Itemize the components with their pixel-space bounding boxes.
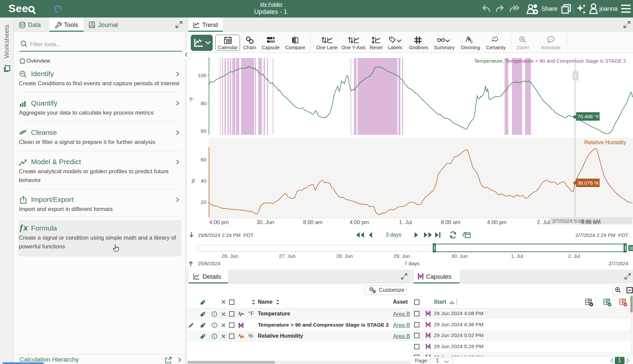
svg-text:80: 80 [201, 100, 206, 106]
svg-text:4:00 pm: 4:00 pm [487, 219, 507, 225]
svg-text:4:00 pm: 4:00 pm [350, 219, 369, 225]
svg-text:2. Jul: 2. Jul [537, 219, 550, 225]
svg-text:60: 60 [201, 128, 206, 134]
svg-text:38.076 %: 38.076 % [577, 180, 599, 186]
svg-text:1: 1 [574, 73, 577, 79]
svg-text:40: 40 [201, 178, 206, 184]
svg-text:4:00 pm: 4:00 pm [209, 219, 229, 225]
svg-text:70.408 °F: 70.408 °F [577, 114, 599, 119]
svg-text:30. Jun: 30. Jun [257, 219, 274, 225]
svg-text:8:00 am: 8:00 am [441, 219, 460, 225]
svg-text:60: 60 [201, 157, 206, 162]
svg-text:20: 20 [201, 199, 206, 205]
svg-text:8:00 am: 8:00 am [581, 219, 601, 225]
svg-text:100: 100 [198, 72, 206, 78]
svg-text:1. Jul: 1. Jul [399, 219, 412, 225]
svg-text:%: % [190, 179, 196, 183]
svg-text:8:00 am: 8:00 am [303, 219, 323, 225]
svg-text:°F: °F [188, 97, 194, 102]
